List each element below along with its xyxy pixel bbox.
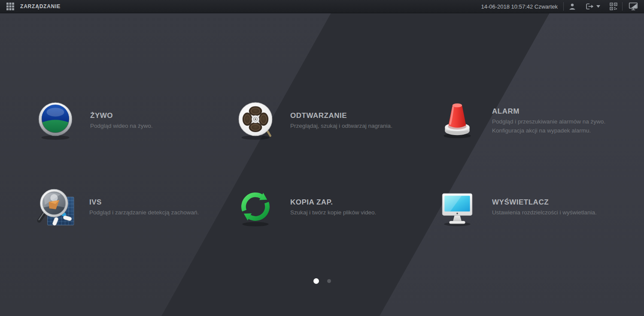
menu-item-desc: Podgląd wideo na żywo. (90, 122, 153, 130)
chevron-down-icon (596, 5, 600, 8)
top-bar: ZARZĄDZANIE 14-06-2018 10:57:42 Czwartek (0, 0, 644, 13)
page-dots (0, 277, 644, 285)
menu-item-alarm[interactable]: ALARM Podgląd i przeszukiwanie alarmów n… (439, 100, 605, 141)
top-bar-right: 14-06-2018 10:57:42 Czwartek (481, 0, 644, 13)
menu-item-wyswietlacz[interactable]: WYŚWIETLACZ Ustawienia rozdzielczości i … (439, 187, 597, 228)
menu-item-desc: Podgląd i zarządzanie detekcją zachowań. (89, 209, 199, 217)
logout-button[interactable] (581, 0, 605, 13)
top-bar-left: ZARZĄDZANIE (0, 2, 61, 11)
playback-film-reel-icon (237, 101, 274, 141)
menu-item-text: ŻYWO Podgląd wideo na żywo. (90, 111, 153, 130)
menu-item-text: KOPIA ZAP. Szukaj i twórz kopie plików v… (290, 198, 376, 217)
user-icon (568, 3, 576, 10)
ivs-magnifier-icon (36, 187, 75, 228)
logout-icon (586, 3, 595, 10)
backup-sync-icon (237, 187, 274, 228)
page-dot-2[interactable] (327, 279, 331, 283)
display-monitor-icon (439, 187, 476, 228)
alarm-siren-icon (439, 101, 476, 141)
user-button[interactable] (564, 0, 581, 13)
menu-item-desc: Ustawienia rozdzielczości i wyświetlania… (492, 209, 597, 217)
background-band-left (0, 0, 644, 316)
qr-code-icon (610, 3, 617, 10)
menu-item-ivs[interactable]: IVS Podgląd i zarządzanie detekcją zacho… (36, 187, 199, 228)
menu-item-title: KOPIA ZAP. (290, 198, 376, 207)
menu-item-desc-line2: Konfiguracja akcji na wypadek alarmu. (492, 127, 605, 135)
menu-item-text: WYŚWIETLACZ Ustawienia rozdzielczości i … (492, 198, 597, 217)
menu-item-zywo[interactable]: ŻYWO Podgląd wideo na żywo. (37, 100, 153, 141)
menu-item-text: ODTWARZANIE Przeglądaj, szukaj i odtwarz… (290, 111, 392, 130)
menu-item-desc: Szukaj i twórz kopie plików video. (290, 209, 376, 217)
menu-item-text: IVS Podgląd i zarządzanie detekcją zacho… (89, 198, 199, 217)
live-view-lens-icon (37, 101, 74, 141)
menu-item-desc: Podgląd i przeszukiwanie alarmów na żywo… (492, 118, 605, 126)
menu-item-desc: Przeglądaj, szukaj i odtwarzaj nagrania. (290, 122, 392, 130)
menu-item-kopia-zap[interactable]: KOPIA ZAP. Szukaj i twórz kopie plików v… (237, 187, 376, 228)
menu-item-title: ODTWARZANIE (290, 111, 392, 120)
datetime-text: 14-06-2018 10:57:42 Czwartek (481, 3, 563, 10)
apps-grid-icon[interactable] (6, 2, 15, 11)
page-title: ZARZĄDZANIE (20, 3, 61, 9)
menu-item-odtwarzanie[interactable]: ODTWARZANIE Przeglądaj, szukaj i odtwarz… (237, 100, 392, 141)
menu-item-title: IVS (89, 198, 199, 207)
menu-item-title: WYŚWIETLACZ (492, 198, 597, 207)
display-adjust-button[interactable] (623, 0, 644, 13)
menu-item-title: ALARM (492, 107, 605, 116)
display-adjust-icon (629, 2, 638, 11)
qr-code-button[interactable] (605, 0, 622, 13)
menu-item-title: ŻYWO (90, 111, 153, 120)
background-band-right (0, 0, 644, 316)
menu-item-text: ALARM Podgląd i przeszukiwanie alarmów n… (492, 107, 605, 135)
page-dot-1[interactable] (313, 278, 319, 284)
